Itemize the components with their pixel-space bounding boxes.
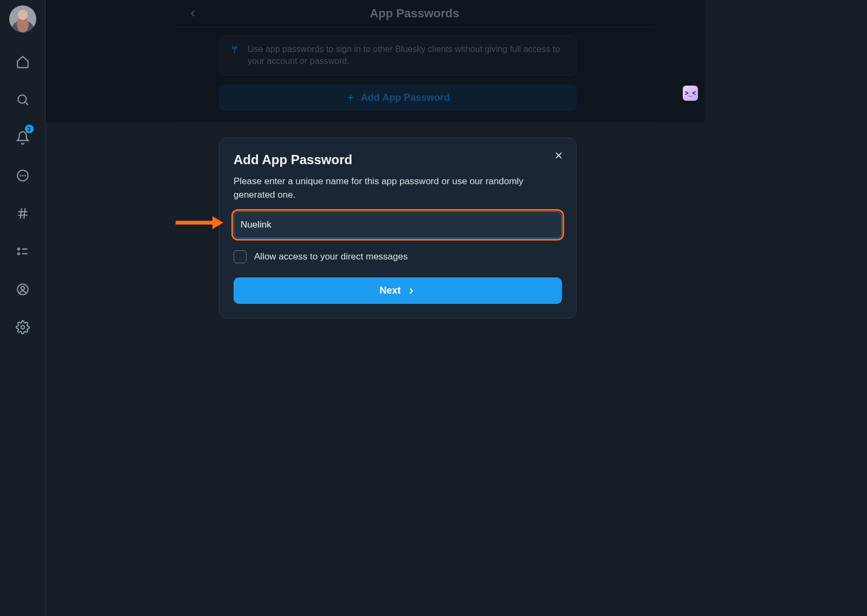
- divider: [173, 122, 656, 122]
- svg-point-0: [18, 95, 26, 103]
- gear-icon: [16, 320, 30, 334]
- side-widget-glyph: >_<: [685, 89, 696, 97]
- annotation-arrow: [176, 215, 223, 231]
- svg-point-8: [21, 287, 24, 290]
- page-title: App Passwords: [210, 7, 619, 21]
- nav-search[interactable]: [11, 88, 35, 112]
- dm-access-label: Allow access to your direct messages: [254, 251, 407, 262]
- nav-settings[interactable]: [11, 315, 35, 339]
- chevron-left-icon: [187, 8, 198, 19]
- app-password-name-input[interactable]: [234, 211, 562, 238]
- close-button[interactable]: [551, 148, 566, 163]
- plus-icon: [346, 93, 355, 102]
- nav-home[interactable]: [11, 50, 35, 74]
- nav-profile[interactable]: [11, 277, 35, 301]
- back-button[interactable]: [186, 7, 199, 20]
- nav-chat[interactable]: [11, 164, 35, 187]
- add-app-password-modal: Add App Password Please enter a unique n…: [219, 138, 577, 319]
- svg-point-2: [20, 175, 21, 176]
- user-icon: [16, 282, 30, 296]
- input-wrapper: [234, 211, 562, 238]
- svg-point-3: [22, 175, 23, 176]
- notification-badge: 3: [25, 125, 34, 133]
- add-button-label: Add App Password: [361, 92, 450, 103]
- close-icon: [553, 150, 564, 161]
- dm-access-row[interactable]: Allow access to your direct messages: [234, 250, 562, 263]
- sprout-icon: [229, 44, 240, 59]
- nav-notifications[interactable]: 3: [11, 126, 35, 150]
- svg-point-6: [17, 253, 19, 255]
- nav-feeds[interactable]: [11, 202, 35, 225]
- svg-point-5: [17, 248, 19, 250]
- svg-point-9: [21, 326, 24, 329]
- modal-description: Please enter a unique name for this app …: [234, 175, 562, 202]
- main-content: App Passwords Use app passwords to sign …: [46, 0, 704, 122]
- hash-icon: [16, 206, 30, 221]
- home-icon: [16, 55, 30, 69]
- dm-access-checkbox[interactable]: [234, 250, 247, 263]
- page-header: App Passwords: [173, 0, 656, 28]
- list-icon: [16, 244, 30, 258]
- svg-point-4: [24, 175, 25, 176]
- next-button[interactable]: Next: [234, 277, 562, 304]
- chat-icon: [16, 168, 30, 183]
- side-widget[interactable]: >_<: [683, 86, 698, 101]
- chevron-right-icon: [406, 286, 416, 296]
- avatar[interactable]: [9, 5, 36, 33]
- sidebar: 3: [0, 0, 46, 616]
- nav-lists[interactable]: [11, 239, 35, 263]
- modal-title: Add App Password: [234, 152, 562, 167]
- content: Use app passwords to sign in to other Bl…: [219, 28, 577, 111]
- search-icon: [16, 93, 30, 107]
- next-label: Next: [379, 285, 400, 296]
- info-text: Use app passwords to sign in to other Bl…: [248, 43, 566, 68]
- info-box: Use app passwords to sign in to other Bl…: [219, 35, 577, 76]
- add-app-password-button[interactable]: Add App Password: [219, 85, 577, 111]
